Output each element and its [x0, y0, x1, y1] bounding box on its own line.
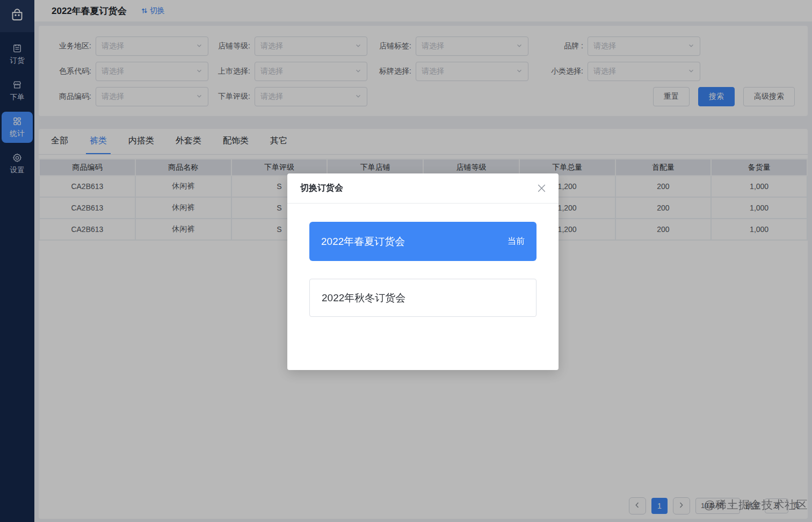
modal-header: 切换订货会 [287, 173, 559, 204]
fair-option-other[interactable]: 2022年秋冬订货会 [309, 279, 536, 317]
modal-title: 切换订货会 [300, 183, 343, 194]
fair-option-label: 2022年秋冬订货会 [322, 291, 405, 305]
switch-fair-modal: 切换订货会 2022年春夏订货会 当前 2022年秋冬订货会 [287, 173, 559, 370]
fair-option-current[interactable]: 2022年春夏订货会 当前 [309, 222, 536, 261]
current-badge: 当前 [508, 236, 525, 247]
modal-body: 2022年春夏订货会 当前 2022年秋冬订货会 [287, 204, 559, 335]
watermark: @稀土掘金技术社区 [704, 497, 808, 512]
fair-option-label: 2022年春夏订货会 [321, 235, 405, 249]
close-icon[interactable] [538, 184, 546, 192]
